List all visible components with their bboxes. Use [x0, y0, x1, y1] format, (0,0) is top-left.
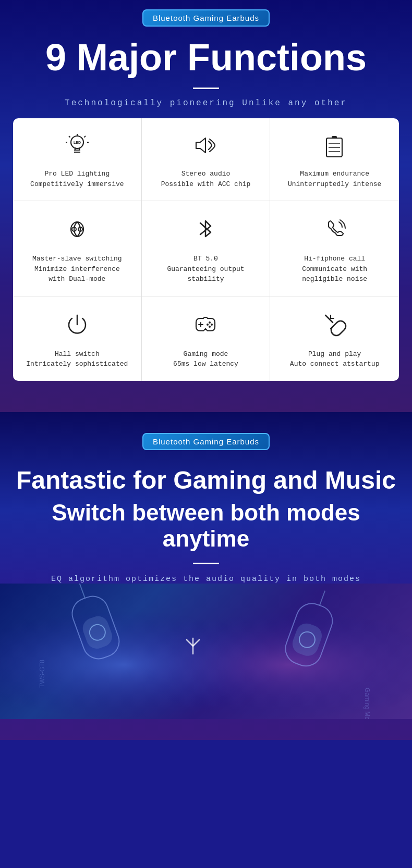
svg-text:TWS-GT8: TWS-GT8 — [39, 660, 46, 688]
power-text: Hall switch Intricately sophisticated — [26, 349, 128, 369]
function-power: Hall switch Intricately sophisticated — [13, 296, 142, 381]
gaming-badge: Bluetooth Gaming Earbuds — [142, 433, 270, 450]
function-earbuds: Master-slave switching Minimize interfer… — [13, 201, 142, 296]
plug-text: Plug and play Auto connect atstartup — [290, 349, 380, 369]
functions-card: LED Pro LED lighting Competitively immer… — [13, 118, 399, 381]
hero-section: Bluetooth Gaming Earbuds 9 Major Functio… — [0, 0, 412, 412]
gaming-title2: Switch between both modes anytime — [10, 500, 402, 552]
bluetooth-icon — [192, 216, 219, 246]
function-bluetooth: BT 5.0 Guaranteeing output stability — [142, 201, 271, 296]
gaming-title1: Fantastic for Gaming and Music — [10, 466, 402, 494]
svg-point-21 — [209, 321, 211, 324]
earbuds-text: Master-slave switching Minimize interfer… — [32, 254, 122, 284]
function-led: LED Pro LED lighting Competitively immer… — [13, 118, 142, 201]
earbuds-icon — [64, 216, 91, 246]
function-audio: Stereo audio Possible with ACC chip — [142, 118, 271, 201]
hero-subtitle: Technologically pioneering Unlike any ot… — [0, 98, 412, 108]
gamepad-icon — [192, 311, 219, 342]
led-text: Pro LED lighting Competitively immersive — [30, 169, 124, 189]
svg-point-24 — [207, 324, 209, 326]
function-battery: Maximum endurance Uninterruptedly intens… — [270, 118, 399, 201]
battery-icon — [321, 133, 348, 162]
earbuds-illustration: TWS-GT8 Gaming Mode — [0, 584, 412, 719]
phone-text: Hi-fiphone call Communicate with negligi… — [302, 254, 367, 284]
svg-point-23 — [209, 326, 211, 328]
bluetooth-text: BT 5.0 Guaranteeing output stability — [147, 254, 265, 284]
gamepad-text: Gaming mode 65ms low latency — [173, 349, 238, 369]
plug-icon — [321, 311, 348, 342]
hero-title: 9 Major Functions — [16, 37, 396, 78]
function-gamepad: Gaming mode 65ms low latency — [142, 296, 271, 381]
earbuds-visual: TWS-GT8 Gaming Mode — [0, 584, 412, 719]
gaming-section: Bluetooth Gaming Earbuds Fantastic for G… — [0, 412, 412, 740]
battery-text: Maximum endurance Uninterruptedly intens… — [288, 169, 381, 189]
svg-line-8 — [84, 136, 86, 138]
svg-text:LED: LED — [74, 141, 81, 144]
svg-rect-12 — [332, 136, 337, 139]
function-plug: Plug and play Auto connect atstartup — [270, 296, 399, 381]
svg-line-7 — [69, 136, 70, 138]
audio-icon — [192, 133, 219, 162]
phone-icon — [321, 216, 348, 246]
audio-text: Stereo audio Possible with ACC chip — [161, 169, 251, 189]
gaming-divider — [193, 563, 219, 564]
power-icon — [64, 311, 91, 342]
function-phone: Hi-fiphone call Communicate with negligi… — [270, 201, 399, 296]
svg-text:Gaming Mode: Gaming Mode — [363, 688, 371, 719]
svg-point-22 — [211, 324, 213, 326]
functions-grid: LED Pro LED lighting Competitively immer… — [13, 118, 399, 381]
hero-divider — [193, 88, 219, 89]
led-icon: LED — [64, 133, 91, 162]
gaming-subtitle: EQ algorithm optimizes the audio quality… — [16, 575, 396, 584]
product-badge: Bluetooth Gaming Earbuds — [142, 9, 270, 27]
svg-rect-26 — [0, 584, 412, 719]
